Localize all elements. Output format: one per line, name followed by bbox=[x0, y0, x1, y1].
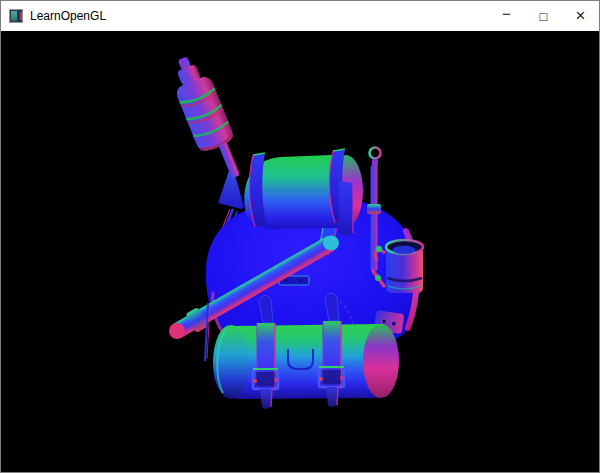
app-icon bbox=[9, 9, 23, 23]
minimize-icon: − bbox=[502, 9, 511, 19]
minimize-button[interactable]: − bbox=[488, 1, 525, 31]
maximize-icon: □ bbox=[540, 10, 548, 23]
bedroll bbox=[213, 324, 399, 399]
app-window: LearnOpenGL − □ × bbox=[0, 0, 600, 473]
opengl-viewport[interactable] bbox=[1, 31, 599, 472]
app-icon-detail bbox=[11, 11, 17, 21]
titlebar[interactable]: LearnOpenGL − □ × bbox=[1, 1, 599, 31]
close-button[interactable]: × bbox=[562, 1, 599, 31]
backpack-model-render bbox=[1, 31, 599, 472]
flashlight bbox=[165, 51, 249, 186]
close-icon: × bbox=[576, 9, 586, 23]
window-title: LearnOpenGL bbox=[30, 9, 106, 23]
app-icon-detail-red bbox=[20, 12, 22, 20]
maximize-button[interactable]: □ bbox=[525, 1, 562, 31]
